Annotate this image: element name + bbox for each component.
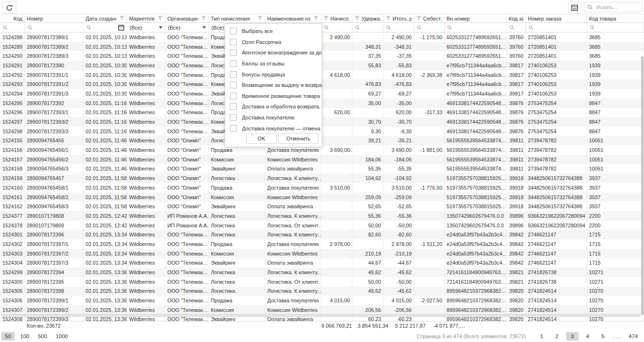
table-row[interactable]: 15243072890078172399/202.01.2025, 13:36W… — [0, 305, 644, 315]
column-header-14[interactable]: Код товара — [587, 14, 644, 22]
page-size-1000[interactable]: 1000 — [52, 332, 71, 341]
filter-option-0[interactable]: Выбрать все — [225, 26, 322, 37]
column-header-13[interactable]: Номер заказа — [526, 14, 587, 22]
filter-funnel-icon[interactable] — [323, 16, 329, 21]
filter-cell-11[interactable] — [445, 23, 507, 32]
page-size-500[interactable]: 500 — [34, 332, 50, 341]
table-row[interactable]: 1524299289007817239402.01.2025, 13:36Wil… — [0, 267, 644, 277]
filter-option-4[interactable]: Бонусы продавца — [225, 69, 322, 80]
table-row[interactable]: 15243042890078172397/302.01.2025, 13:34W… — [0, 258, 644, 268]
filter-cancel-button[interactable]: Отменить — [278, 133, 318, 144]
filter-cell-10[interactable] — [414, 23, 445, 32]
filter-funnel-icon[interactable] — [201, 16, 207, 21]
table-row[interactable]: 1524301289007817239602.01.2025, 13:34Wil… — [0, 230, 644, 239]
filter-select-value[interactable]: (Все) — [168, 25, 180, 31]
checkbox-unchecked[interactable] — [230, 28, 237, 34]
page-number-2[interactable]: 2 — [551, 332, 563, 341]
checkbox-unchecked[interactable] — [230, 82, 237, 88]
checkbox-unchecked[interactable] — [230, 49, 237, 56]
horizontal-scrollbar[interactable] — [1, 314, 641, 317]
column-header-0[interactable]: Код — [0, 14, 25, 22]
column-header-8[interactable]: Удержа… — [352, 14, 383, 22]
filter-funnel-icon[interactable] — [119, 16, 125, 21]
table-row[interactable]: 15241582890094765456/302.01.2025, 11:46W… — [0, 164, 644, 174]
table-row[interactable]: 1524377289010717980802.01.2025, 12:42Wil… — [0, 211, 644, 221]
page-size-100[interactable]: 100 — [17, 332, 33, 341]
table-row[interactable]: 1524159289009476545702.01.2025, 11:58Wil… — [0, 173, 644, 183]
page-number-5[interactable]: 5 — [597, 332, 609, 341]
table-row[interactable]: 15243062890078172399/102.01.2025, 13:36W… — [0, 296, 644, 305]
filter-cell-8[interactable] — [352, 23, 383, 32]
page-number-4[interactable]: 4 — [581, 332, 594, 341]
filter-cell-2[interactable] — [84, 23, 127, 32]
filter-funnel-icon[interactable] — [416, 16, 422, 21]
chevron-down-icon[interactable] — [159, 26, 163, 29]
calendar-icon[interactable] — [118, 24, 124, 31]
filter-option-2[interactable]: Агентское вознаграждение за до… — [225, 47, 322, 58]
checkbox-unchecked[interactable] — [230, 71, 237, 78]
column-header-9[interactable]: Итого, р. — [383, 14, 414, 22]
page-number-3[interactable]: 3 — [566, 332, 579, 341]
column-header-3[interactable]: Маркетплейс — [127, 14, 165, 22]
filter-funnel-icon[interactable] — [385, 16, 391, 21]
filter-option-3[interactable]: Баллы за отзывы — [225, 58, 322, 69]
checkbox-unchecked[interactable] — [230, 93, 237, 99]
filter-option-5[interactable]: Возмещение за выдачу и возврат… — [225, 80, 322, 91]
refresh-button[interactable] — [2, 1, 16, 14]
table-cell: -1 511,20 — [414, 239, 445, 249]
table-row[interactable]: 15243022890078172397/102.01.2025, 13:34W… — [0, 239, 644, 249]
column-header-12[interactable]: Код за… — [507, 14, 526, 22]
filter-funnel-icon[interactable] — [157, 16, 163, 21]
table-row[interactable]: 15241602890094765458/102.01.2025, 11:58W… — [0, 183, 644, 192]
page-size-50[interactable]: 50 — [1, 332, 15, 341]
filter-cell-4[interactable]: (Все) — [165, 23, 209, 32]
filter-funnel-icon[interactable] — [354, 16, 360, 21]
filter-cell-12[interactable] — [507, 23, 526, 32]
page-number-1[interactable]: 1 — [535, 332, 548, 341]
filter-option-1[interactable]: Ozon Рассрочка — [225, 37, 322, 48]
table-row[interactable]: 1524305289007817239802.01.2025, 13:36Wil… — [0, 287, 644, 296]
table-cell: Wildberries — [127, 155, 165, 164]
table-row[interactable]: 15241612890094765458/202.01.2025, 11:58W… — [0, 192, 644, 202]
filter-option-8[interactable]: Доставка покупателю — [225, 112, 322, 123]
column-chooser-button[interactable] — [568, 2, 581, 13]
table-cell: 39817 — [507, 89, 526, 98]
checkbox-unchecked[interactable] — [230, 39, 237, 45]
global-search-input[interactable] — [595, 4, 635, 11]
table-row[interactable]: 1524300289007817239502.01.2025, 13:36Wil… — [0, 277, 644, 287]
column-header-11[interactable]: Вн.номер — [445, 14, 507, 22]
column-header-6[interactable]: Наименование на… — [265, 14, 321, 22]
filter-option-6[interactable]: Временное размещение товара в… — [225, 91, 322, 102]
column-header-4[interactable]: Организация — [165, 14, 209, 22]
table-row[interactable]: 1524378289010717980902.01.2025, 12:42Wil… — [0, 221, 644, 230]
table-row[interactable]: 15241622890094765458/302.01.2025, 11:58W… — [0, 202, 644, 211]
column-header-5[interactable]: Тип начисления — [209, 14, 265, 22]
checkbox-unchecked[interactable] — [230, 103, 237, 110]
checkbox-unchecked[interactable] — [230, 125, 237, 132]
checkbox-unchecked[interactable] — [230, 60, 237, 67]
table-row[interactable]: 15241572890094765456/202.01.2025, 11:46W… — [0, 155, 644, 164]
column-header-1[interactable]: Номер — [25, 14, 84, 22]
column-header-2[interactable]: Дата создания — [84, 14, 127, 22]
filter-option-7[interactable]: Доставка и обработка возврата, … — [225, 101, 322, 112]
filter-ok-button[interactable]: OK — [246, 133, 277, 144]
filter-select-value[interactable]: (Все) — [211, 25, 224, 31]
filter-cell-9[interactable] — [383, 23, 414, 32]
filter-cell-3[interactable]: (Все) — [127, 23, 165, 32]
page-number-474[interactable]: 474 — [625, 332, 641, 341]
filter-cell-1[interactable] — [25, 23, 84, 32]
filter-select-value[interactable]: (Все) — [130, 25, 142, 31]
chevron-down-icon[interactable] — [202, 26, 206, 29]
filter-cell-7[interactable] — [321, 23, 352, 32]
filter-cell-14[interactable] — [587, 23, 644, 32]
vertical-scrollbar[interactable] — [641, 56, 644, 315]
column-header-7[interactable]: Начисл… — [321, 14, 352, 22]
column-header-10[interactable]: Себест… — [414, 14, 445, 22]
filter-cell-0[interactable] — [0, 23, 25, 32]
filter-option-9[interactable]: Доставка покупателю — отмена … — [225, 123, 322, 134]
filter-cell-13[interactable] — [526, 23, 587, 32]
filter-funnel-icon[interactable] — [313, 16, 319, 21]
checkbox-unchecked[interactable] — [230, 114, 237, 121]
table-row[interactable]: 15243032890078172397/202.01.2025, 13:34W… — [0, 249, 644, 258]
filter-funnel-icon[interactable] — [257, 16, 263, 21]
